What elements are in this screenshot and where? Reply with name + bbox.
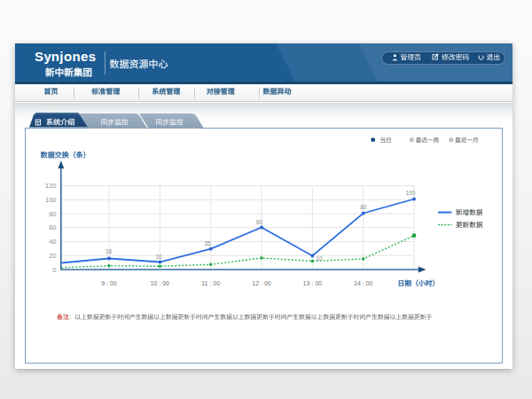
svg-text:120: 120 bbox=[45, 182, 57, 190]
svg-text:40: 40 bbox=[49, 238, 56, 246]
svg-text:12 : 00: 12 : 00 bbox=[252, 280, 271, 286]
svg-text:13 : 00: 13 : 00 bbox=[303, 280, 323, 286]
svg-text:60: 60 bbox=[49, 223, 56, 231]
svg-text:100: 100 bbox=[406, 190, 416, 196]
svg-text:0: 0 bbox=[52, 266, 56, 274]
svg-text:60: 60 bbox=[256, 219, 263, 225]
svg-text:20: 20 bbox=[49, 252, 56, 260]
svg-text:14 : 00: 14 : 00 bbox=[354, 280, 373, 286]
svg-text:10 : 00: 10 : 00 bbox=[151, 280, 170, 286]
svg-text:10: 10 bbox=[317, 255, 324, 262]
svg-text:11 : 00: 11 : 00 bbox=[201, 280, 220, 286]
svg-text:10: 10 bbox=[155, 254, 162, 260]
svg-text:18: 18 bbox=[106, 248, 113, 254]
svg-text:100: 100 bbox=[45, 196, 57, 204]
svg-text:9 : 00: 9 : 00 bbox=[101, 280, 117, 286]
svg-text:80: 80 bbox=[360, 204, 367, 210]
svg-text:80: 80 bbox=[49, 210, 56, 218]
svg-text:35: 35 bbox=[204, 240, 211, 246]
